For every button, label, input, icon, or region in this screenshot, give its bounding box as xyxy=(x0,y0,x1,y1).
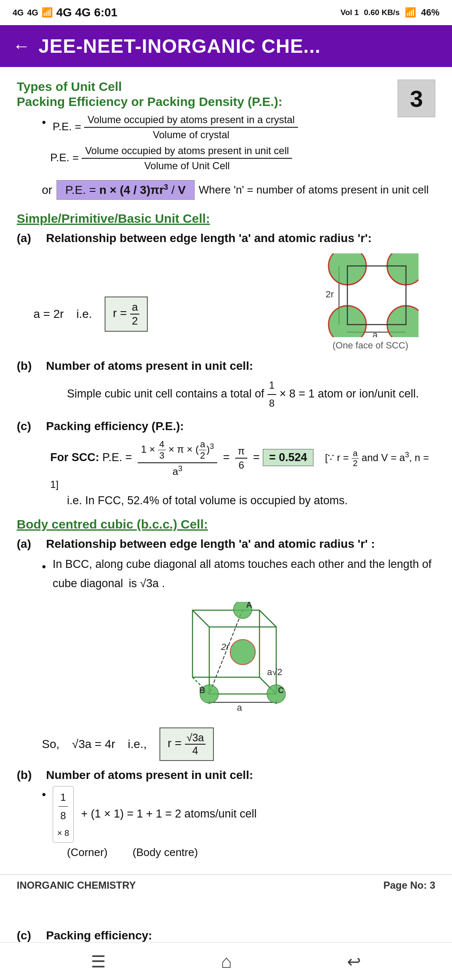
nav-menu-icon[interactable]: ☰ xyxy=(91,952,106,971)
signal-bars: 📶 xyxy=(41,7,53,18)
plus-sign: + xyxy=(81,807,91,820)
pe-formula-2: P.E. = Volume occupied by atoms present … xyxy=(50,145,435,172)
pe-formula-1: • P.E. = Volume occupied by atoms presen… xyxy=(42,114,389,141)
vol-label: Vol 1 xyxy=(340,8,359,17)
ie-text: i.e. xyxy=(76,307,92,321)
bcc-part-b-content: • 1 8 × 8 + (1 × 1) = 1 + 1 = 2 atoms/un… xyxy=(42,786,435,843)
footer-bar-1: INORGANIC CHEMISTRY Page No: 3 xyxy=(0,874,452,896)
pe-label: P.E. = xyxy=(103,451,135,464)
a-eq-2r: a = 2r xyxy=(33,307,64,321)
signal-4g-2: 4G xyxy=(27,8,39,18)
pe1-numerator: Volume occupied by atoms present in a cr… xyxy=(84,114,298,128)
r-formula-box: r = a 2 xyxy=(105,297,148,332)
body-eq: (1 × 1) = 1 + 1 = 2 atoms/unit cell xyxy=(91,807,257,820)
svg-point-8 xyxy=(387,306,419,337)
status-right: Vol 1 0.60 KB/s 📶 46% xyxy=(340,7,439,18)
ie2-text: i.e., xyxy=(128,738,146,751)
scc-label: (One face of SCC) xyxy=(322,340,419,351)
pe2-numerator: Volume occupied by atoms present in unit… xyxy=(82,145,292,159)
back-button[interactable]: ← xyxy=(13,36,30,56)
bcc-formula-row: So, √3a = 4r i.e., r = √3a 4 xyxy=(42,727,410,761)
svg-text:a: a xyxy=(237,702,242,713)
svg-text:C: C xyxy=(278,686,284,695)
scc-formula-side: a = 2r i.e. r = a 2 xyxy=(33,270,148,335)
svg-line-17 xyxy=(259,610,276,627)
bcc-diagram-wrap: 2r a a√2 A B C xyxy=(17,602,435,719)
header-title: JEE-NEET-INORGANIC CHE... xyxy=(39,35,321,57)
pe-formula-3: or P.E. = n × (4 / 3)πr3 / V Where 'n' =… xyxy=(42,176,435,204)
bcc-part-b-label: (b) xyxy=(17,769,42,782)
part-b-content: Simple cubic unit cell contains a total … xyxy=(67,377,435,412)
part-b-row: (b) Number of atoms present in unit cell… xyxy=(17,359,435,373)
sqrt3a-eq: √3a = 4r xyxy=(72,738,115,751)
scc-diagram-section: a = 2r i.e. r = a 2 2r a xyxy=(33,253,419,351)
signal-4g-1: 4G xyxy=(13,8,24,18)
footer-right: Page No: 3 xyxy=(383,879,435,891)
svg-line-16 xyxy=(193,610,209,627)
svg-text:B: B xyxy=(199,686,205,695)
simple-primitive-heading: Simple/Primitive/Basic Unit Cell: xyxy=(17,211,435,226)
pe1-denominator: Volume of crystal xyxy=(149,128,233,141)
part-a-label: (a) xyxy=(17,232,42,245)
nav-bar: ☰ ⌂ ↩ xyxy=(0,942,452,980)
status-bar: 4G 4G 📶 4G 4G 6:01 Vol 1 0.60 KB/s 📶 46% xyxy=(0,0,452,25)
time: 4G 4G 6:01 xyxy=(56,6,117,19)
scc-svg: 2r a xyxy=(322,253,419,337)
svg-text:2r: 2r xyxy=(221,642,230,652)
bcc-sqrt3a: is √3a . xyxy=(128,577,165,590)
bcc-heading: Body centred cubic (b.c.c.) Cell: xyxy=(17,517,208,531)
bcc-r-formula: r = √3a 4 xyxy=(159,727,214,761)
svg-text:a: a xyxy=(372,330,378,337)
bcc-part-c-row: (c) Packing efficiency: xyxy=(17,929,435,942)
svg-text:2r: 2r xyxy=(326,289,334,299)
so-text: So, xyxy=(42,738,59,751)
pe3-note: Where 'n' = number of atoms present in u… xyxy=(199,183,429,196)
part-c-label: (c) xyxy=(17,420,42,433)
nav-home-icon[interactable]: ⌂ xyxy=(221,951,232,972)
pe1-label: P.E. = xyxy=(53,120,84,133)
bcc-bullet-2: • xyxy=(42,788,46,801)
part-c-row: (c) Packing efficiency (P.E.): xyxy=(17,420,435,433)
svg-point-6 xyxy=(387,253,419,285)
bcc-bullet: • xyxy=(42,557,46,577)
bcc-svg: 2r a a√2 A B C xyxy=(159,602,293,719)
or-text: or xyxy=(42,183,52,197)
for-scc-label: For SCC: xyxy=(50,451,103,464)
nav-back-icon[interactable]: ↩ xyxy=(347,952,361,971)
part-b-title: Number of atoms present in unit cell: xyxy=(46,359,253,373)
page-badge: 3 xyxy=(398,80,435,117)
bcc-part-c-title: Packing efficiency: xyxy=(46,929,152,942)
body-label: (Body centre) xyxy=(133,846,198,859)
part-a-row: (a) Relationship between edge length 'a'… xyxy=(17,232,435,245)
svg-text:A: A xyxy=(246,602,252,609)
bcc-part-c-label: (c) xyxy=(17,929,42,942)
part-b-label: (b) xyxy=(17,359,42,373)
svg-point-29 xyxy=(230,640,255,665)
header: ← JEE-NEET-INORGANIC CHE... xyxy=(0,25,452,67)
wifi-icon: 📶 xyxy=(405,7,416,18)
pe3-formula: P.E. = n × (4 / 3)πr3 / V xyxy=(56,180,195,200)
part-c-title: Packing efficiency (P.E.): xyxy=(46,420,184,433)
speed: 0.60 KB/s xyxy=(364,8,400,17)
battery: 46% xyxy=(421,7,439,18)
bcc-part-a-label: (a) xyxy=(17,537,42,551)
pe2-denominator: Volume of Unit Cell xyxy=(141,159,233,172)
scc-pe-formula: For SCC: P.E. = 1 × 43 × π × (a2)3 a3 = … xyxy=(50,439,435,491)
bcc-part-b-row: (b) Number of atoms present in unit cell… xyxy=(17,769,435,782)
scc-conclusion: i.e. In FCC, 52.4% of total volume is oc… xyxy=(67,494,435,507)
bcc-part-a-title: Relationship between edge length 'a' and… xyxy=(46,537,375,551)
packing-heading: Packing Efficiency or Packing Density (P… xyxy=(17,95,435,109)
bcc-part-b-title: Number of atoms present in unit cell: xyxy=(46,769,253,782)
status-left: 4G 4G 📶 4G 4G 6:01 xyxy=(13,6,118,19)
part-a-title: Relationship between edge length 'a' and… xyxy=(46,232,372,245)
bullet-1: • xyxy=(42,116,46,129)
scc-formula-row: a = 2r i.e. r = a 2 xyxy=(33,297,148,332)
scc-diagram: 2r a (One face of SCC) xyxy=(322,253,419,351)
types-heading: Types of Unit Cell xyxy=(17,80,435,94)
scc-result: = 0.524 xyxy=(263,449,313,466)
footer-left: INORGANIC CHEMISTRY xyxy=(17,879,136,891)
main-content: 3 Types of Unit Cell Packing Efficiency … xyxy=(0,67,452,874)
bcc-heading-wrap: Body centred cubic (b.c.c.) Cell: xyxy=(17,517,435,531)
bcc-part-a-row: (a) Relationship between edge length 'a'… xyxy=(17,537,435,551)
svg-text:a√2: a√2 xyxy=(267,667,282,677)
